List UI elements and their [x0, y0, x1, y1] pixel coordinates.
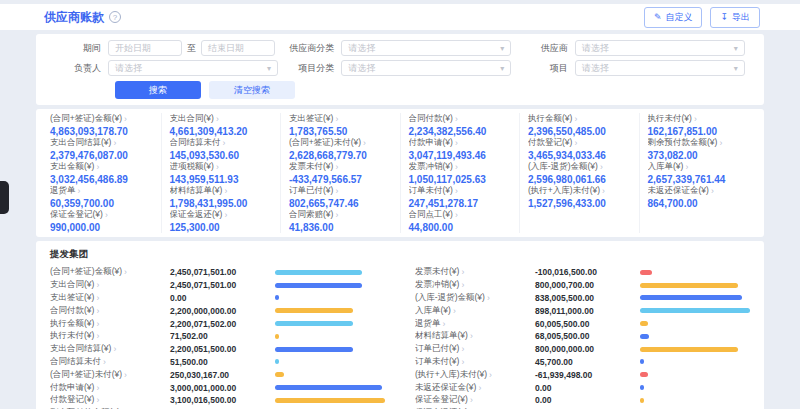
chart-row[interactable]: 发票未付(¥)›-100,016,500.00 — [415, 266, 750, 279]
chart-row[interactable]: 支出合同结算(¥)›2,200,051,500.00 — [50, 343, 385, 356]
search-button[interactable]: 搜索 — [115, 81, 201, 99]
summary-metric[interactable]: 保证金返还(¥)›125,300.00 — [170, 209, 273, 233]
metric-value: 4,863,093,178.70 — [50, 126, 153, 137]
chevron-right-icon: › — [105, 210, 108, 220]
chart-row[interactable]: (入库-退货)金额(¥)›838,005,500.00 — [415, 292, 750, 305]
filter-field-supplier-category: 供应商分类 请选择 ▾ — [283, 40, 516, 56]
chart-row-value: 2,200,071,502.00 — [170, 319, 275, 329]
help-icon[interactable]: ? — [109, 11, 121, 23]
summary-metric[interactable]: 支出签证(¥)›1,783,765.50 — [289, 113, 392, 137]
sidebar-collapse-handle[interactable] — [0, 181, 9, 214]
chart-row-value: 71,502.00 — [170, 331, 275, 341]
summary-metric[interactable]: (入库-退货)金额(¥)›2,596,980,061.66 — [528, 161, 631, 185]
summary-metric[interactable]: 合同付款(¥)›2,234,382,556.40 — [409, 113, 512, 137]
owner-select[interactable]: 请选择 ▾ — [108, 60, 278, 76]
chart-row[interactable]: 订单已付(¥)›800,000,000.00 — [415, 343, 750, 356]
customize-button[interactable]: ✎ 自定义 — [644, 7, 703, 28]
chevron-right-icon: › — [455, 186, 458, 196]
summary-metric[interactable]: 付款申请(¥)›3,047,119,493.46 — [409, 137, 512, 161]
chart-bar-track — [640, 347, 750, 352]
metric-label: 支出合同(¥) — [170, 113, 214, 125]
summary-metric[interactable]: 合同点工(¥)›44,800.00 — [409, 209, 512, 233]
chart-bar — [275, 347, 353, 352]
summary-metric[interactable]: 支出合同(¥)›4,661,309,413.20 — [170, 113, 273, 137]
chart-row-label-wrap: 合同付款(¥)› — [50, 305, 170, 317]
summary-metric[interactable]: 订单已付(¥)›802,665,747.46 — [289, 185, 392, 209]
summary-metric[interactable]: 订单未付(¥)›247,451,278.17 — [409, 185, 512, 209]
chevron-right-icon: › — [363, 138, 366, 148]
summary-metric[interactable]: 入库单(¥)›2,657,339,761.44 — [648, 161, 751, 185]
chart-row[interactable]: 材料结算单(¥)›68,005,500.00 — [415, 330, 750, 343]
summary-metric[interactable]: 合同结算未付›145,093,530.60 — [170, 137, 273, 161]
project-select[interactable]: 请选择 ▾ — [575, 60, 745, 76]
period-label: 期间 — [50, 42, 108, 55]
chart-row[interactable]: 合同付款(¥)›2,200,000,000.00 — [50, 304, 385, 317]
chart-row[interactable]: (合同+签证)未付(¥)›250,030,167.00 — [50, 368, 385, 381]
metric-label-row: 材料结算单(¥)› — [170, 185, 273, 197]
metric-value: 2,396,550,485.00 — [528, 126, 631, 137]
chevron-right-icon: › — [224, 186, 227, 196]
chart-row-label-wrap: 发票冲销(¥)› — [415, 279, 535, 291]
summary-metric[interactable]: 执行未付(¥)›162,167,851.00 — [648, 113, 751, 137]
metric-value: 41,836.00 — [289, 222, 392, 233]
supplier-category-select[interactable]: 请选择 ▾ — [341, 40, 511, 56]
summary-metric[interactable]: (合同+签证)金额(¥)›4,863,093,178.70 — [50, 113, 153, 137]
summary-metric[interactable]: 退货单›60,359,700.00 — [50, 185, 153, 209]
summary-metric[interactable]: 付款登记(¥)›3,465,934,033.46 — [528, 137, 631, 161]
chart-row[interactable]: 执行未付(¥)›71,502.00 — [50, 330, 385, 343]
summary-metric[interactable]: 执行金额(¥)›2,396,550,485.00 — [528, 113, 631, 137]
chart-row-label-wrap: 支出签证(¥)› — [50, 292, 170, 304]
chart-row-value: 800,000,000.00 — [535, 344, 640, 354]
summary-metric[interactable]: 发票冲销(¥)›1,050,117,025.63 — [409, 161, 512, 185]
chart-row[interactable]: 退货单›60,005,500.00 — [415, 317, 750, 330]
chart-row[interactable]: (合同+签证)金额(¥)›2,450,071,501.00 — [50, 266, 385, 279]
chart-row[interactable]: 未返还保证金(¥)›0.00 — [415, 381, 750, 394]
summary-metric[interactable]: 未返还保证金(¥)›864,700.00 — [648, 185, 751, 209]
start-date-input[interactable]: 开始日期 — [108, 40, 182, 56]
chevron-right-icon: › — [124, 370, 127, 380]
summary-metric[interactable]: 支出金额(¥)›3,032,456,486.89 — [50, 161, 153, 185]
summary-metric[interactable]: 剩余预付款金额(¥)›373,082.00 — [648, 137, 751, 161]
project-category-select[interactable]: 请选择 ▾ — [341, 60, 511, 76]
chart-row-value: -61,939,498.00 — [535, 370, 640, 380]
chart-row-value: 60,005,500.00 — [535, 319, 640, 329]
metric-label: 付款登记(¥) — [528, 137, 572, 149]
summary-panel: (合同+签证)金额(¥)›4,863,093,178.70支出合同结算(¥)›2… — [36, 109, 764, 237]
filter-row-2: 负责人 请选择 ▾ 项目分类 请选择 ▾ 项目 请选择 ▾ — [50, 60, 750, 76]
export-button[interactable]: ↧ 导出 — [710, 7, 760, 28]
chart-row[interactable]: 保证金登记(¥)›0.00 — [415, 394, 750, 407]
chevron-right-icon: › — [96, 162, 99, 172]
chart-row[interactable]: (执行+入库)未付(¥)›-61,939,498.00 — [415, 368, 750, 381]
chart-row[interactable]: 付款申请(¥)›3,000,001,000.00 — [50, 381, 385, 394]
summary-metric[interactable]: (执行+入库)未付(¥)›1,527,596,433.00 — [528, 185, 631, 209]
filter-field-period: 期间 开始日期 至 结束日期 — [50, 40, 283, 56]
end-date-input[interactable]: 结束日期 — [201, 40, 275, 56]
chart-row[interactable]: 付款登记(¥)›3,100,016,500.00 — [50, 394, 385, 407]
summary-metric[interactable]: 发票未付(¥)›-433,479,566.57 — [289, 161, 392, 185]
chart-row[interactable]: 合同结算未付›51,500.00 — [50, 356, 385, 369]
summary-metric[interactable]: 保证金登记(¥)›990,000.00 — [50, 209, 153, 233]
summary-metric[interactable]: (合同+签证)未付(¥)›2,628,668,779.70 — [289, 137, 392, 161]
supplier-select[interactable]: 请选择 ▾ — [575, 40, 745, 56]
summary-metric[interactable]: 合同索赔(¥)›41,836.00 — [289, 209, 392, 233]
chart-row[interactable]: 支出合同(¥)›2,450,071,501.00 — [50, 279, 385, 292]
chart-row-value: 2,450,071,501.00 — [170, 280, 275, 290]
chart-row[interactable]: 发票冲销(¥)›800,000,700.00 — [415, 279, 750, 292]
metric-label-row: 入库单(¥)› — [648, 161, 751, 173]
chevron-right-icon: › — [96, 383, 99, 393]
chart-row-value: 2,450,071,501.00 — [170, 267, 275, 277]
summary-metric[interactable]: 进项税额(¥)›143,959,511.93 — [170, 161, 273, 185]
chart-bar — [275, 334, 279, 339]
metric-label-row: (入库-退货)金额(¥)› — [528, 161, 631, 173]
chart-row[interactable]: 订单未付(¥)›45,700.00 — [415, 356, 750, 369]
summary-metric[interactable]: 材料结算单(¥)›1,798,431,995.00 — [170, 185, 273, 209]
chart-bar-track — [640, 308, 750, 313]
chart-row[interactable]: 执行金额(¥)›2,200,071,502.00 — [50, 317, 385, 330]
chart-row[interactable]: 入库单(¥)›898,011,000.00 — [415, 304, 750, 317]
summary-metric[interactable]: 支出合同结算(¥)›2,379,476,087.00 — [50, 137, 153, 161]
chevron-down-icon: ▾ — [734, 64, 738, 73]
supplier-placeholder: 请选择 — [582, 42, 609, 55]
chart-row[interactable]: 支出签证(¥)›0.00 — [50, 292, 385, 305]
chart-row-label: 未返还保证金(¥) — [415, 382, 476, 394]
clear-search-button[interactable]: 清空搜索 — [209, 81, 295, 99]
